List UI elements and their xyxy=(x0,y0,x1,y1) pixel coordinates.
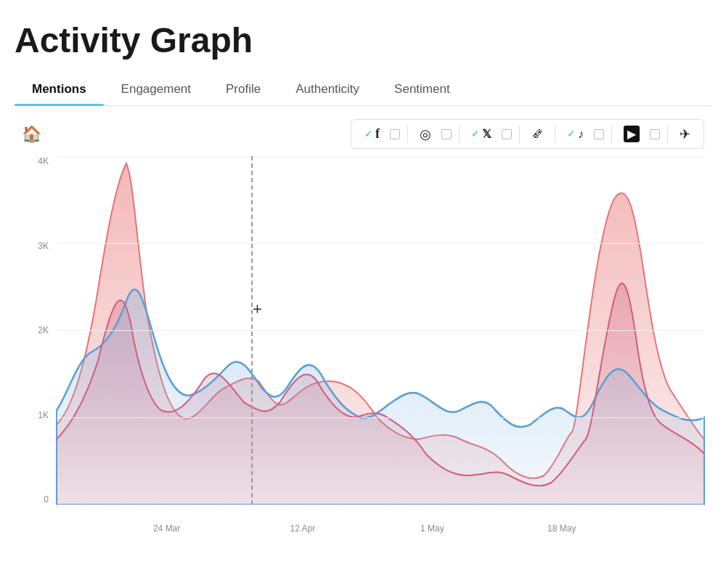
youtube-checkbox[interactable] xyxy=(650,129,660,139)
divider6 xyxy=(667,126,668,143)
twitter-check: ✓ xyxy=(471,128,479,139)
x-label-12apr: 12 Apr xyxy=(290,523,316,534)
tab-sentiment[interactable]: Sentiment xyxy=(377,73,468,105)
divider4 xyxy=(555,126,555,143)
grid-line-2k xyxy=(57,330,704,331)
divider2 xyxy=(459,126,460,143)
tiktok-checkbox[interactable] xyxy=(594,129,604,139)
x-label-24mar: 24 Mar xyxy=(153,523,180,534)
crosshair: + xyxy=(253,300,262,319)
tiktok-icon: ♪ xyxy=(578,128,584,141)
grid-line-1k xyxy=(57,417,704,418)
dashed-cursor-line xyxy=(251,156,253,505)
instagram-icon: ◎ xyxy=(420,126,431,142)
home-icon[interactable]: 🏠 xyxy=(22,125,41,144)
divider5 xyxy=(611,126,612,143)
divider3 xyxy=(519,126,520,143)
platform-telegram[interactable]: ✈ xyxy=(675,125,695,144)
facebook-checkbox[interactable] xyxy=(390,129,400,139)
tab-authenticity[interactable]: Authenticity xyxy=(278,73,377,105)
news-icon: 🗞 xyxy=(531,128,543,141)
grid-line-0 xyxy=(57,505,704,505)
divider xyxy=(407,126,408,143)
platform-filter-bar: ✓ f ◎ ✓ 𝕏 🗞 ✓ xyxy=(351,119,704,149)
platform-facebook[interactable]: ✓ f xyxy=(360,125,384,143)
instagram-checkbox[interactable] xyxy=(441,129,452,139)
tab-bar: Mentions Engagement Profile Authenticity… xyxy=(15,73,711,106)
y-axis: 4K 3K 2K 1K 0 xyxy=(22,156,54,505)
y-label-3k: 3K xyxy=(38,241,49,251)
x-axis: 24 Mar 12 Apr 1 May 18 May xyxy=(57,512,704,534)
x-label-18may: 18 May xyxy=(547,523,576,534)
tab-profile[interactable]: Profile xyxy=(208,73,278,105)
page-title: Activity Graph xyxy=(15,20,711,60)
facebook-check: ✓ xyxy=(364,128,372,139)
youtube-icon: ▶ xyxy=(624,126,640,142)
toolbar: 🏠 ✓ f ◎ ✓ 𝕏 🗞 xyxy=(15,119,711,149)
activity-chart: 4K 3K 2K 1K 0 + xyxy=(22,156,711,534)
x-label-1may: 1 May xyxy=(420,523,444,534)
twitter-checkbox[interactable] xyxy=(502,129,512,139)
y-label-0: 0 xyxy=(44,494,49,505)
platform-news[interactable]: 🗞 xyxy=(527,126,547,142)
telegram-icon: ✈ xyxy=(680,126,690,142)
tab-engagement[interactable]: Engagement xyxy=(104,73,208,105)
platform-youtube[interactable]: ▶ xyxy=(619,124,644,144)
platform-instagram[interactable]: ◎ xyxy=(415,125,436,144)
tab-mentions[interactable]: Mentions xyxy=(15,73,104,105)
tiktok-check: ✓ xyxy=(567,128,575,139)
grid-line-3k xyxy=(57,243,704,244)
y-label-1k: 1K xyxy=(38,410,49,420)
chart-body: + xyxy=(57,156,704,505)
platform-tiktok[interactable]: ✓ ♪ xyxy=(563,126,588,142)
twitter-icon: 𝕏 xyxy=(482,127,492,141)
y-label-2k: 2K xyxy=(38,325,49,335)
y-label-4k: 4K xyxy=(38,156,49,166)
facebook-icon: f xyxy=(375,126,380,142)
platform-twitter[interactable]: ✓ 𝕏 xyxy=(467,126,496,142)
grid-line-4k xyxy=(57,156,704,157)
